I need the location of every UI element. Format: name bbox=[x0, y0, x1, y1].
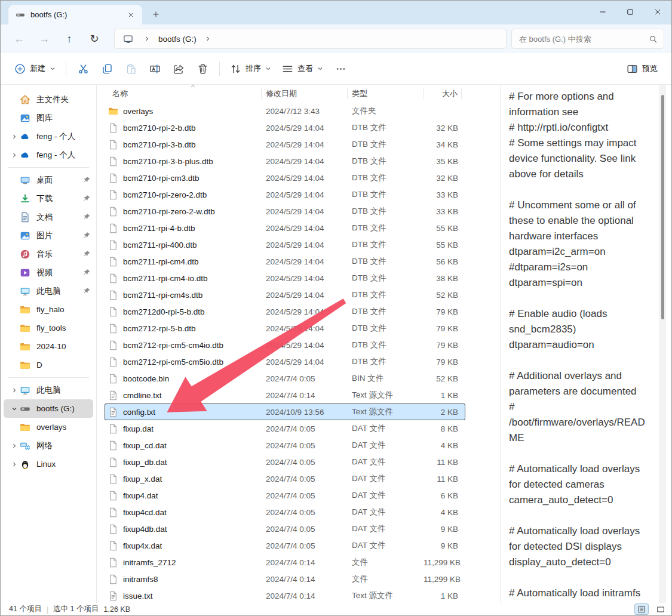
address-bar[interactable]: bootfs (G:) bbox=[114, 29, 507, 49]
expand-chevron-icon[interactable] bbox=[8, 214, 20, 220]
table-row[interactable]: fixup.dat 2024/7/4 0:05 DAT 文件 8 KB bbox=[105, 420, 465, 437]
close-button[interactable] bbox=[644, 1, 671, 23]
share-button[interactable] bbox=[167, 58, 191, 79]
view-button[interactable]: 查看 bbox=[277, 59, 329, 79]
table-row[interactable]: bcm2710-rpi-cm3.dtb 2024/5/29 14:04 DTB … bbox=[105, 170, 465, 186]
table-row[interactable]: fixup4db.dat 2024/7/4 0:05 DAT 文件 9 KB bbox=[105, 520, 465, 537]
expand-chevron-icon[interactable] bbox=[8, 344, 20, 350]
tab-bootfs[interactable]: bootfs (G:) bbox=[8, 5, 142, 24]
delete-button[interactable] bbox=[191, 58, 214, 79]
table-row[interactable]: fixup4cd.dat 2024/7/4 0:05 DAT 文件 4 KB bbox=[105, 504, 465, 520]
table-row[interactable]: bcm2710-rpi-zero-2.dtb 2024/5/29 14:04 D… bbox=[105, 186, 465, 203]
table-row[interactable]: bcm2711-rpi-cm4-io.dtb 2024/5/29 14:04 D… bbox=[105, 270, 465, 287]
table-row[interactable]: fixup_db.dat 2024/7/4 0:05 DAT 文件 11 KB bbox=[105, 454, 465, 470]
table-row[interactable]: bcm2710-rpi-2-b.dtb 2024/5/29 14:04 DTB … bbox=[105, 119, 465, 136]
expand-chevron-icon[interactable] bbox=[8, 177, 20, 183]
table-row[interactable]: bcm2711-rpi-cm4.dtb 2024/5/29 14:04 DTB … bbox=[105, 253, 465, 270]
rename-button[interactable] bbox=[143, 58, 167, 79]
sidebar-item[interactable]: fly_halo bbox=[4, 300, 93, 319]
sidebar-item[interactable]: 网络 bbox=[4, 436, 93, 455]
paste-button[interactable] bbox=[119, 58, 143, 79]
expand-chevron-icon[interactable] bbox=[8, 97, 20, 103]
expand-chevron-icon[interactable] bbox=[8, 443, 20, 449]
expand-chevron-icon[interactable] bbox=[8, 387, 20, 393]
sort-button[interactable]: 排序 bbox=[225, 59, 277, 79]
sidebar-item[interactable]: 桌面 bbox=[4, 171, 93, 189]
expand-chevron-icon[interactable] bbox=[8, 424, 20, 430]
table-row[interactable]: bcm2710-rpi-3-b-plus.dtb 2024/5/29 14:04… bbox=[105, 153, 465, 170]
table-row[interactable]: bcm2711-rpi-400.dtb 2024/5/29 14:04 DTB … bbox=[105, 236, 465, 253]
minimize-button[interactable] bbox=[589, 1, 616, 23]
sidebar-item[interactable]: 音乐 bbox=[4, 245, 93, 263]
sidebar-item[interactable]: 图片 bbox=[4, 226, 93, 245]
cut-button[interactable] bbox=[71, 58, 95, 79]
search-input[interactable] bbox=[518, 34, 645, 44]
expand-chevron-icon[interactable] bbox=[8, 134, 20, 140]
expand-chevron-icon[interactable] bbox=[8, 362, 20, 368]
sidebar-item[interactable]: bootfs (G:) bbox=[4, 399, 93, 418]
details-view-button[interactable] bbox=[634, 603, 649, 615]
expand-chevron-icon[interactable] bbox=[8, 325, 20, 331]
sidebar-item[interactable]: 文档 bbox=[4, 208, 93, 226]
forward-button[interactable]: → bbox=[32, 28, 57, 50]
new-tab-button[interactable] bbox=[146, 5, 166, 23]
table-row[interactable]: bootcode.bin 2024/7/4 0:05 BIN 文件 52 KB bbox=[105, 370, 465, 387]
table-row[interactable]: fixup_x.dat 2024/7/4 0:05 DAT 文件 11 KB bbox=[105, 470, 465, 487]
table-row[interactable]: cmdline.txt 2024/7/4 0:14 Text 源文件 1 KB bbox=[105, 387, 465, 404]
column-header-date[interactable]: 修改日期 bbox=[262, 88, 348, 99]
expand-chevron-icon[interactable] bbox=[8, 196, 20, 202]
sidebar-item[interactable]: feng - 个人 bbox=[4, 127, 93, 146]
sidebar-item[interactable]: 此电脑 bbox=[4, 381, 93, 399]
sidebar-item[interactable]: 下载 bbox=[4, 189, 93, 208]
expand-chevron-icon[interactable] bbox=[8, 288, 20, 294]
search-box[interactable] bbox=[511, 29, 664, 49]
column-header-type[interactable]: 类型 bbox=[348, 88, 424, 99]
sidebar-item[interactable] bbox=[8, 167, 89, 168]
expand-chevron-icon[interactable] bbox=[8, 270, 20, 276]
table-row[interactable]: bcm2711-rpi-4-b.dtb 2024/5/29 14:04 DTB … bbox=[105, 220, 465, 236]
more-button[interactable] bbox=[329, 58, 352, 79]
table-row[interactable]: fixup4x.dat 2024/7/4 0:05 DAT 文件 9 KB bbox=[105, 537, 465, 554]
sidebar-item[interactable]: 2024-10 bbox=[4, 337, 93, 356]
table-row[interactable]: overlays 2024/7/12 3:43 文件夹 bbox=[105, 103, 465, 119]
tab-close-button[interactable] bbox=[124, 8, 137, 21]
table-row[interactable]: initramfs8 2024/7/4 0:14 文件 11,299 KB bbox=[105, 571, 465, 587]
sidebar-item[interactable]: Linux bbox=[4, 455, 93, 473]
expand-chevron-icon[interactable] bbox=[8, 251, 20, 257]
sidebar-item[interactable] bbox=[8, 377, 89, 378]
table-row[interactable]: bcm2710-rpi-zero-2-w.dtb 2024/5/29 14:04… bbox=[105, 203, 465, 220]
back-button[interactable]: ← bbox=[7, 28, 32, 50]
sidebar-item[interactable]: 视频 bbox=[4, 263, 93, 282]
sidebar-item[interactable]: fly_tools bbox=[4, 319, 93, 337]
preview-toggle-button[interactable]: 预览 bbox=[621, 59, 663, 79]
expand-chevron-icon[interactable] bbox=[8, 233, 20, 239]
table-row[interactable]: issue.txt 2024/7/4 0:14 Text 源文件 1 KB bbox=[105, 587, 465, 603]
expand-chevron-icon[interactable] bbox=[8, 307, 20, 313]
breadcrumb[interactable]: bootfs (G:) bbox=[156, 33, 199, 45]
column-header-size[interactable]: 大小 bbox=[424, 88, 462, 99]
expand-chevron-icon[interactable] bbox=[8, 152, 20, 158]
sidebar-item[interactable]: 此电脑 bbox=[4, 282, 93, 300]
up-button[interactable]: ↑ bbox=[57, 28, 82, 50]
sidebar-item[interactable]: D bbox=[4, 356, 93, 374]
table-row[interactable]: bcm2712d0-rpi-5-b.dtb 2024/5/29 14:04 DT… bbox=[105, 303, 465, 320]
sidebar-item[interactable]: feng - 个人 bbox=[4, 146, 93, 164]
table-row[interactable]: initramfs_2712 2024/7/4 0:14 文件 11,299 K… bbox=[105, 554, 465, 571]
table-row[interactable]: bcm2712-rpi-5-b.dtb 2024/5/29 14:04 DTB … bbox=[105, 320, 465, 337]
table-row[interactable]: config.txt 2024/10/9 13:56 Text 源文件 2 KB bbox=[105, 404, 465, 420]
expand-chevron-icon[interactable] bbox=[8, 406, 20, 412]
table-row[interactable]: fixup_cd.dat 2024/7/4 0:05 DAT 文件 4 KB bbox=[105, 437, 465, 454]
sidebar-item[interactable]: 主文件夹 bbox=[4, 90, 93, 109]
preview-scrollbar-thumb[interactable] bbox=[661, 95, 664, 319]
table-row[interactable]: bcm2712-rpi-cm5-cm5io.dtb 2024/5/29 14:0… bbox=[105, 353, 465, 370]
copy-button[interactable] bbox=[95, 58, 119, 79]
column-header-name[interactable]: 名称 bbox=[108, 88, 262, 99]
expand-chevron-icon[interactable] bbox=[8, 461, 20, 467]
expand-chevron-icon[interactable] bbox=[8, 115, 20, 121]
new-button[interactable]: 新建 bbox=[9, 59, 61, 79]
table-row[interactable]: bcm2712-rpi-cm5-cm4io.dtb 2024/5/29 14:0… bbox=[105, 337, 465, 353]
table-row[interactable]: bcm2710-rpi-3-b.dtb 2024/5/29 14:04 DTB … bbox=[105, 136, 465, 153]
sidebar-item[interactable]: 图库 bbox=[4, 109, 93, 127]
table-row[interactable]: fixup4.dat 2024/7/4 0:05 DAT 文件 6 KB bbox=[105, 487, 465, 504]
refresh-button[interactable]: ↻ bbox=[82, 28, 107, 50]
